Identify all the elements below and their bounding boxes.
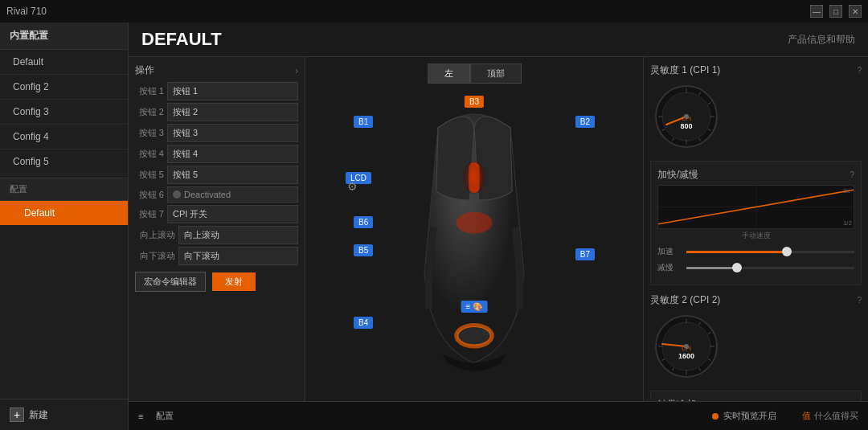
btn-label-4: 按钮 4	[135, 148, 164, 160]
cpi1-section: 灵敏度 1 (CPI 1) ?	[650, 63, 862, 153]
sidebar-section-header: 内置配置	[0, 23, 128, 50]
mouse-label-b7[interactable]: B7	[575, 248, 595, 260]
sidebar-item-config3[interactable]: Config 3	[0, 100, 128, 125]
mouse-label-b5[interactable]: B5	[354, 244, 373, 256]
boost-label: 加速	[657, 246, 682, 257]
mouse-view-tabs: 左 顶部	[428, 63, 522, 84]
watermark-text: 什么值得买	[814, 410, 858, 422]
page-title: DEFAULT	[141, 29, 222, 50]
sidebar-config-divider: 配置	[0, 178, 128, 201]
cpi1-gauge[interactable]: CPI 800	[650, 80, 723, 153]
btn-value-1[interactable]: 按钮 1	[167, 82, 298, 100]
reduce-label: 减慢	[657, 262, 682, 273]
btn-value-2[interactable]: 按钮 2	[167, 103, 298, 121]
right-panel: 灵敏度 1 (CPI 1) ?	[643, 57, 868, 401]
cpi2-help[interactable]: ?	[857, 296, 862, 305]
btn-label-1: 按钮 1	[135, 85, 164, 97]
titlebar: Rival 710 — □ ✕	[0, 0, 868, 23]
acceleration-header: 加快/减慢 ?	[657, 168, 854, 182]
sidebar-item-config2[interactable]: Config 2	[0, 75, 128, 100]
bottom-bar: ≡ 配置 实时预览开启 值 什么值得买	[129, 401, 868, 430]
config-button[interactable]: 配置	[156, 410, 174, 422]
mouse-label-bottom[interactable]: ≡🎨	[461, 301, 488, 313]
live-dot	[712, 413, 719, 420]
manual-speed-label: 手动速度	[657, 231, 854, 241]
button-row-3: 按钮 3 按钮 3	[135, 124, 298, 142]
maximize-button[interactable]: □	[829, 5, 842, 18]
live-label: 实时预览开启	[723, 410, 776, 422]
active-item-label: Default	[24, 207, 55, 219]
sidebar-footer[interactable]: + 新建	[0, 399, 128, 430]
boost-slider[interactable]	[686, 251, 854, 253]
mouse-area: 左 顶部	[305, 57, 643, 401]
cpi2-section: 灵敏度 2 (CPI 2) ?	[650, 293, 862, 383]
list-view-button[interactable]: ≡	[138, 412, 143, 421]
operations-title: 操作	[135, 63, 154, 77]
button-row-scroll-down: 向下滚动 向下滚动	[135, 247, 298, 265]
cpi2-gauge-container: CPI 1600	[650, 310, 862, 383]
button-row-4: 按钮 4 按钮 4	[135, 145, 298, 163]
fire-button[interactable]: 发射	[212, 272, 256, 291]
btn-value-scroll-up[interactable]: 向上滚动	[178, 226, 298, 244]
btn-value-4[interactable]: 按钮 4	[167, 145, 298, 163]
btn-value-3[interactable]: 按钮 3	[167, 124, 298, 142]
mouse-diagram: B1 B3 B2 LCD B6 B5 ≡🎨 B7 B4 ⚙	[362, 92, 587, 381]
close-button[interactable]: ✕	[849, 5, 862, 18]
btn-value-7[interactable]: CPI 开关	[167, 205, 298, 223]
deactivated-icon	[173, 190, 181, 199]
cpi1-title: 灵敏度 1 (CPI 1)	[650, 63, 720, 77]
active-dot	[13, 210, 19, 216]
acceleration-section: 加快/减慢 ? 2x	[650, 161, 862, 285]
cpi1-gauge-container: CPI 800	[650, 80, 862, 153]
sidebar-item-config4[interactable]: Config 4	[0, 125, 128, 149]
svg-point-40	[684, 344, 689, 349]
mouse-label-b1[interactable]: B1	[354, 116, 373, 128]
button-row-5: 按钮 5 按钮 5	[135, 166, 298, 184]
button-row-6: 按钮 6 Deactivated	[135, 186, 298, 203]
mouse-label-b6[interactable]: B6	[354, 216, 373, 228]
btn-value-5[interactable]: 按钮 5	[167, 166, 298, 184]
titlebar-title: Rival 710	[6, 6, 47, 17]
sidebar-item-default[interactable]: Default	[0, 50, 128, 75]
reduce-slider[interactable]	[686, 267, 854, 269]
btn-label-3: 按钮 3	[135, 127, 164, 139]
minimize-button[interactable]: —	[810, 5, 823, 18]
mouse-label-b3[interactable]: B3	[465, 96, 484, 108]
mouse-label-b2[interactable]: B2	[575, 116, 595, 128]
cpi1-header: 灵敏度 1 (CPI 1) ?	[650, 63, 862, 77]
mouse-image	[362, 92, 587, 381]
button-row-1: 按钮 1 按钮 1	[135, 82, 298, 100]
speed-chart-labels: 2x 1/2	[843, 186, 852, 228]
speed-chart: 2x 1/2	[657, 185, 854, 229]
svg-rect-1	[469, 162, 480, 193]
content-area: DEFAULT 产品信息和帮助 操作 › 按钮 1 按钮 1 按钮 2 按钮 2	[129, 23, 868, 430]
acceleration-title: 加快/减慢	[657, 168, 698, 182]
live-preview: 实时预览开启	[712, 410, 776, 422]
operations-arrow: ›	[295, 65, 298, 76]
mouse-label-b4[interactable]: B4	[354, 317, 373, 329]
svg-point-20	[684, 114, 689, 119]
sidebar-active-item[interactable]: Default	[0, 201, 128, 225]
gear-icon[interactable]: ⚙	[347, 180, 358, 193]
reduce-row: 减慢	[657, 262, 854, 273]
left-panel: 操作 › 按钮 1 按钮 1 按钮 2 按钮 2 按钮 3 按钮 3 按钮 4	[129, 57, 305, 401]
cpi2-gauge[interactable]: CPI 1600	[650, 310, 723, 383]
tab-left[interactable]: 左	[428, 63, 470, 84]
cpi2-title: 灵敏度 2 (CPI 2)	[650, 293, 720, 307]
cpi1-help[interactable]: ?	[857, 66, 862, 75]
svg-text:800: 800	[680, 122, 692, 130]
topbar: DEFAULT 产品信息和帮助	[129, 23, 868, 57]
btn-label-5: 按钮 5	[135, 169, 164, 181]
macro-editor-button[interactable]: 宏命令编辑器	[135, 272, 206, 292]
btn-label-2: 按钮 2	[135, 106, 164, 118]
config-label: 配置	[156, 410, 174, 422]
sidebar-item-config5[interactable]: Config 5	[0, 149, 128, 174]
acceleration-help[interactable]: ?	[850, 170, 854, 179]
button-row-7: 按钮 7 CPI 开关	[135, 205, 298, 223]
main-content: 操作 › 按钮 1 按钮 1 按钮 2 按钮 2 按钮 3 按钮 3 按钮 4	[129, 57, 868, 401]
help-link[interactable]: 产品信息和帮助	[788, 33, 855, 47]
btn-value-scroll-down[interactable]: 向下滚动	[178, 247, 298, 265]
btn-value-6[interactable]: Deactivated	[167, 186, 298, 203]
tab-top[interactable]: 顶部	[470, 63, 522, 84]
svg-point-2	[457, 212, 493, 234]
